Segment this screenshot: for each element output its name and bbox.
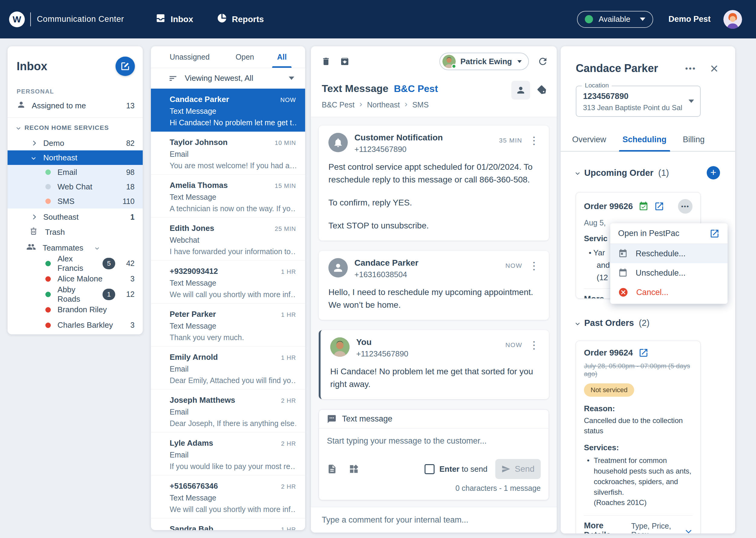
app-title: Communication Center: [37, 15, 124, 24]
send-button[interactable]: Send: [495, 459, 541, 479]
compose-button[interactable]: [116, 57, 135, 76]
email-label: Email: [58, 168, 77, 177]
conversation-time: 2 HR: [281, 440, 296, 447]
conversation-preview: You are most welcome! If you had a…: [170, 161, 296, 170]
busy-status-dot: [45, 276, 51, 282]
online-status-dot: [451, 64, 456, 69]
sidebar-divider: [8, 117, 143, 118]
conversation-name: Edith Jones: [170, 224, 214, 233]
thread-header: Text Message B&C Pest B&C Pest › Northea…: [311, 77, 557, 117]
message-sender: Candace Parker: [354, 258, 418, 268]
open-order-external-icon[interactable]: [654, 201, 664, 211]
teammate-charles-barkley[interactable]: Charles Barkley 3: [8, 317, 143, 333]
thread-title: Text Message: [322, 82, 388, 94]
template-icon[interactable]: [327, 464, 337, 474]
contact-details-button[interactable]: [511, 81, 530, 100]
conversation-item-emily-arnold[interactable]: Emily Arnold1 HR Email Dear Emily, Attac…: [151, 347, 305, 390]
location-select[interactable]: Location 1234567890 313 Jean Baptiste Po…: [576, 85, 701, 117]
calendar-icon: [618, 268, 628, 278]
breadcrumb-brand[interactable]: B&C Pest: [322, 100, 354, 109]
external-link-icon: [709, 229, 720, 239]
conversation-time: 25 MIN: [275, 225, 296, 232]
past-orders-section[interactable]: Past Orders (2): [576, 318, 720, 328]
sidebar-item-teammates[interactable]: Teammates: [8, 240, 143, 256]
menu-item-unschedule[interactable]: Unschedule...: [610, 263, 728, 283]
conversation-item-candace-parker[interactable]: Candace ParkerNOW Text Message Hi Candac…: [151, 89, 305, 132]
teammate-count: 42: [126, 259, 135, 268]
conversation-preview: Hi Candace! No problem let me get t…: [170, 118, 296, 127]
conversation-item-lyle-adams[interactable]: Lyle Adams2 HR Email If you would like t…: [151, 432, 305, 475]
availability-dropdown[interactable]: Available: [577, 11, 653, 28]
conversation-item-amelia-thomas[interactable]: Amelia Thomas15 MIN Text Message A techn…: [151, 175, 305, 218]
status-badge-not-serviced: Not serviced: [584, 383, 634, 397]
conversation-time: 15 MIN: [275, 183, 296, 189]
assignee-dropdown[interactable]: Patrick Ewing: [439, 53, 529, 70]
nav-reports[interactable]: Reports: [217, 13, 264, 26]
webchat-label: Web Chat: [58, 182, 92, 191]
tab-scheduling[interactable]: Scheduling: [623, 135, 667, 151]
sidebar-item-southeast[interactable]: Southeast 1: [8, 210, 143, 224]
message-menu-button[interactable]: ⋮: [529, 260, 539, 271]
org-group-recon-home-services[interactable]: RECON HOME SERVICES: [8, 120, 143, 136]
teammate-brandon-riley[interactable]: Brandon Riley: [8, 302, 143, 317]
sidebar-item-webchat[interactable]: Web Chat 18: [8, 180, 143, 194]
person-avatar: [328, 258, 348, 278]
sidebar-item-sms[interactable]: SMS 110: [8, 194, 143, 208]
email-count: 98: [126, 168, 135, 177]
breadcrumb-channel[interactable]: SMS: [412, 100, 429, 109]
teammate-alex-francis[interactable]: Alex Francis 5 42: [8, 256, 143, 271]
conversation-item-taylor-johnson[interactable]: Taylor Johnson10 MIN Email You are most …: [151, 132, 305, 175]
conversation-item-joseph-matthews[interactable]: Joseph Matthews2 HR Email Dear Joseph, I…: [151, 390, 305, 432]
conversation-preview: If you would like to pay your most re…: [170, 462, 296, 471]
message-menu-button[interactable]: ⋮: [529, 340, 539, 350]
menu-item-cancel[interactable]: Cancel...: [610, 283, 728, 302]
refresh-button[interactable]: [537, 56, 548, 67]
conversation-item-peter-parker[interactable]: Peter Parker1 HR Text Message Thank you …: [151, 303, 305, 347]
conversation-item-edith-jones[interactable]: Edith Jones25 MIN Webchat I have forward…: [151, 218, 305, 260]
tab-overview[interactable]: Overview: [572, 135, 606, 151]
sidebar-item-demo[interactable]: Demo 82: [8, 136, 143, 150]
tab-all[interactable]: All: [277, 46, 287, 68]
message-menu-button[interactable]: ⋮: [529, 135, 539, 145]
add-order-button[interactable]: +: [707, 166, 720, 180]
tab-open[interactable]: Open: [236, 46, 254, 68]
reports-icon: [217, 13, 227, 26]
conversation-item-phone-9329093412[interactable]: +93290934121 HR Text Message We will cal…: [151, 260, 305, 303]
archive-conversation-button[interactable]: [340, 57, 350, 66]
conversation-item-partial[interactable]: Sandra Bab1 HR: [151, 518, 305, 530]
contact-overflow-button[interactable]: •••: [685, 64, 696, 73]
sidebar-item-assigned-to-me[interactable]: Assigned to me 13: [8, 97, 143, 114]
internal-comment-input[interactable]: Type a comment for your internal team...: [311, 507, 557, 533]
order-menu-button-active[interactable]: •••: [678, 199, 692, 214]
menu-item-open-in-pestpac[interactable]: Open in PestPac: [610, 223, 728, 244]
breadcrumb-region[interactable]: Northeast: [367, 100, 400, 109]
open-order-external-icon[interactable]: [638, 348, 649, 358]
nav-inbox[interactable]: Inbox: [156, 13, 193, 26]
upcoming-order-section[interactable]: Upcoming Order (1) +: [576, 166, 720, 180]
close-icon[interactable]: ×: [710, 63, 718, 74]
delete-conversation-button[interactable]: [321, 57, 331, 66]
sidebar-item-email[interactable]: Email 98: [8, 165, 143, 180]
teammate-alice-malone[interactable]: Alice Malone 3: [8, 271, 143, 287]
menu-item-reschedule[interactable]: Reschedule...: [610, 244, 728, 263]
more-details-toggle[interactable]: More Details: Type, Price, Recu...: [584, 521, 692, 533]
snippets-icon[interactable]: [349, 464, 359, 474]
chevron-down-icon: [289, 77, 294, 80]
conversation-item-phone-5165676346[interactable]: +51656763462 HR Text Message We will cal…: [151, 475, 305, 518]
tab-unassigned[interactable]: Unassigned: [170, 46, 210, 68]
contact-name: Candace Parker: [576, 62, 685, 75]
sort-dropdown[interactable]: Viewing Newest, All: [151, 68, 305, 89]
conversation-time: NOW: [280, 96, 296, 103]
message-body: Hi Candace! No problem let me get that s…: [330, 365, 539, 391]
tab-billing[interactable]: Billing: [683, 135, 705, 151]
enter-key-label: Enter: [439, 464, 459, 473]
enter-to-send-checkbox[interactable]: [425, 464, 435, 474]
tag-icon[interactable]: [537, 85, 548, 96]
busy-status-dot: [45, 323, 51, 328]
message-candace-parker: Candace Parker +16316038504 NOW ⋮ Hello,…: [319, 251, 549, 320]
user-avatar[interactable]: [723, 10, 742, 29]
teammate-abby-roads[interactable]: Abby Roads 1 12: [8, 287, 143, 302]
sidebar-item-trash[interactable]: Trash: [8, 224, 143, 240]
message-input[interactable]: Start typing your message to the custome…: [319, 428, 548, 453]
sidebar-item-northeast[interactable]: Northeast: [8, 150, 143, 165]
